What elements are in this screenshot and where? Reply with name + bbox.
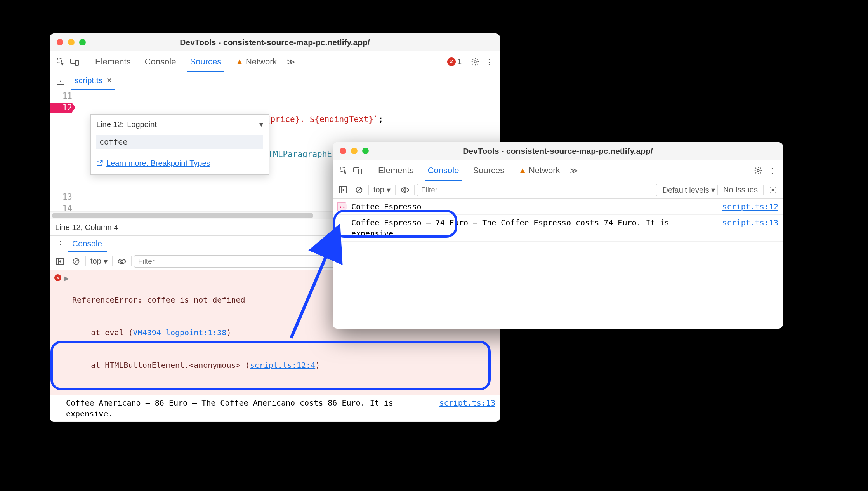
tab-console[interactable]: Console	[138, 51, 183, 72]
sidebar-toggle-icon[interactable]	[336, 183, 350, 197]
tab-console[interactable]: Console	[421, 160, 466, 181]
tab-network[interactable]: ▲ Network	[228, 51, 284, 72]
close-window-button[interactable]	[57, 39, 63, 45]
minimize-window-button[interactable]	[68, 39, 75, 45]
tab-network[interactable]: ▲ Network	[511, 160, 567, 181]
context-selector[interactable]: top ▾	[371, 185, 393, 195]
titlebar: DevTools - consistent-source-map-pc.netl…	[333, 142, 783, 160]
warning-icon: ▲	[235, 57, 244, 67]
kebab-menu-icon[interactable]: ⋮	[54, 237, 68, 251]
titlebar: DevTools - consistent-source-map-pc.netl…	[50, 33, 500, 51]
line-gutter: 11 12••	[50, 90, 77, 113]
tab-elements[interactable]: Elements	[371, 160, 421, 181]
live-expression-icon[interactable]	[398, 183, 412, 197]
zoom-window-button[interactable]	[362, 148, 369, 154]
clear-console-icon[interactable]	[352, 183, 366, 197]
file-tab-label: script.ts	[75, 76, 102, 85]
panel-tabs: Elements Console Sources ▲ Network ≫ ✕ 1…	[50, 51, 500, 72]
close-icon[interactable]: ✕	[106, 76, 112, 85]
logpoint-header: Line 12: Logpoint ▾	[91, 115, 269, 133]
context-selector[interactable]: top ▾	[88, 257, 110, 266]
device-toggle-icon[interactable]	[68, 55, 82, 69]
tab-network-label: Network	[246, 57, 277, 67]
logpoint-expression-input[interactable]	[96, 135, 263, 149]
learn-more-link[interactable]: Learn more: Breakpoint Types	[91, 153, 269, 174]
stack-link[interactable]: VM4394 logpoint:1:38	[133, 328, 227, 337]
window-title: DevTools - consistent-source-map-pc.netl…	[50, 38, 500, 47]
drawer-tab-console[interactable]: Console	[68, 236, 107, 252]
console-toolbar: top ▾ Default levels ▾ No Issues	[333, 181, 783, 199]
message-source-link[interactable]: script.ts:13	[436, 397, 496, 408]
line-number[interactable]: 11	[50, 90, 72, 102]
line-number[interactable]: 14	[50, 203, 72, 211]
window-title: DevTools - consistent-source-map-pc.netl…	[333, 146, 783, 156]
message-source-link[interactable]: script.ts:13	[719, 217, 779, 228]
panel-tabs: Elements Console Sources ▲ Network ≫ ⋮	[333, 160, 783, 181]
log-text: Coffee Espresso – 74 Euro – The Coffee E…	[337, 217, 719, 239]
svg-marker-6	[60, 80, 61, 82]
console-log-message: Coffee Americano – 86 Euro – The Coffee …	[50, 395, 500, 422]
traffic-lights	[50, 39, 86, 45]
logpoint-type-label: Logpoint	[127, 118, 157, 130]
chevron-down-icon[interactable]: ▾	[259, 118, 263, 130]
tab-sources[interactable]: Sources	[466, 160, 511, 181]
zoom-window-button[interactable]	[79, 39, 86, 45]
inspect-icon[interactable]	[337, 164, 351, 178]
file-tab-script-ts[interactable]: script.ts ✕	[71, 72, 115, 90]
tab-sources[interactable]: Sources	[183, 51, 228, 72]
overflow-tabs-icon[interactable]: ≫	[567, 164, 581, 178]
svg-rect-2	[75, 60, 78, 65]
logpoint-marker[interactable]: 12••	[50, 102, 72, 113]
context-label: top	[373, 185, 384, 194]
navigator-toggle-icon[interactable]	[54, 74, 68, 88]
svg-point-17	[757, 169, 759, 172]
cursor-position: Line 12, Column 4	[55, 223, 118, 232]
log-levels-selector[interactable]: Default levels ▾	[662, 185, 715, 195]
stack-link[interactable]: script.ts:12:4	[250, 360, 316, 370]
console-prompt-icon[interactable]: ›	[333, 242, 783, 257]
svg-point-12	[121, 260, 123, 263]
device-toggle-icon[interactable]	[351, 164, 365, 178]
svg-marker-20	[342, 189, 344, 191]
overflow-tabs-icon[interactable]: ≫	[284, 55, 298, 69]
clear-console-icon[interactable]	[69, 254, 83, 268]
logpoint-badge-icon	[337, 202, 347, 211]
svg-line-22	[357, 188, 361, 192]
sidebar-toggle-icon[interactable]	[53, 254, 67, 268]
error-count: 1	[457, 57, 462, 66]
error-icon: ✕	[54, 274, 61, 281]
message-source-link[interactable]: script.ts:12	[719, 201, 779, 212]
settings-icon[interactable]	[751, 164, 765, 178]
learn-more-label: Learn more: Breakpoint Types	[106, 157, 210, 169]
tab-elements[interactable]: Elements	[88, 51, 138, 72]
svg-rect-16	[358, 169, 361, 174]
console-filter-input[interactable]	[417, 184, 658, 196]
close-window-button[interactable]	[340, 148, 346, 154]
svg-line-11	[74, 259, 78, 263]
log-text: Coffee Espresso	[351, 201, 719, 212]
console-log-message: Coffee Espresso – 74 Euro – The Coffee E…	[333, 215, 783, 242]
inspect-icon[interactable]	[54, 55, 68, 69]
live-expression-icon[interactable]	[115, 254, 129, 268]
minimize-window-button[interactable]	[351, 148, 358, 154]
console-messages: Coffee Espresso script.ts:12 Coffee Espr…	[333, 199, 783, 257]
chevron-down-icon: ▾	[711, 186, 715, 194]
console-settings-icon[interactable]	[766, 183, 780, 197]
kebab-menu-icon[interactable]: ⋮	[765, 164, 779, 178]
svg-point-23	[404, 189, 406, 191]
line-number[interactable]: 13	[50, 191, 72, 203]
warning-icon: ▲	[518, 165, 527, 176]
chevron-down-icon: ▾	[104, 257, 108, 266]
issues-label[interactable]: No Issues	[720, 185, 761, 194]
settings-icon[interactable]	[468, 55, 482, 69]
error-badge-icon[interactable]: ✕	[447, 57, 456, 66]
logpoint-line-label: Line 12:	[96, 118, 124, 130]
devtools-window-console: DevTools - consistent-source-map-pc.netl…	[333, 142, 783, 329]
svg-point-24	[772, 189, 774, 191]
kebab-menu-icon[interactable]: ⋮	[482, 55, 496, 69]
svg-marker-9	[59, 260, 61, 263]
logpoint-editor-popup: Line 12: Logpoint ▾ Learn more: Breakpoi…	[90, 114, 269, 175]
expand-icon[interactable]: ▶	[64, 273, 69, 284]
log-text: Coffee Americano – 86 Euro – The Coffee …	[54, 397, 436, 419]
console-logpoint-message: Coffee Espresso script.ts:12	[333, 199, 783, 215]
